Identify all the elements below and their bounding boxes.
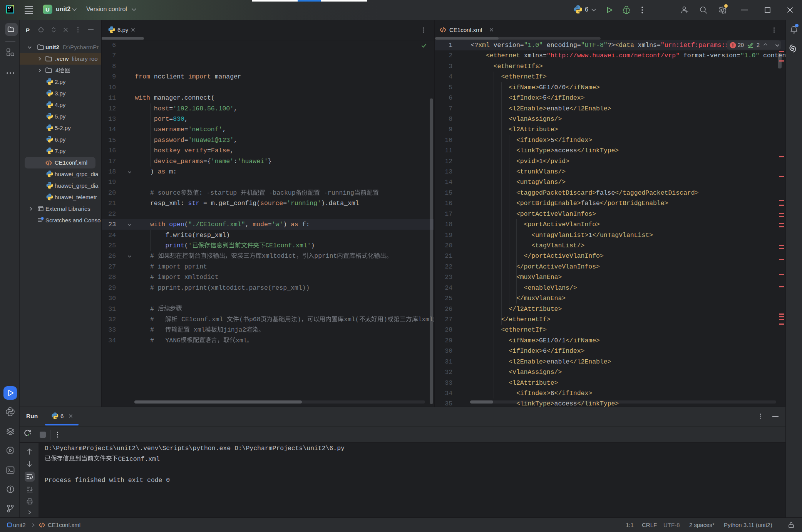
svg-text:PC: PC (8, 7, 11, 10)
